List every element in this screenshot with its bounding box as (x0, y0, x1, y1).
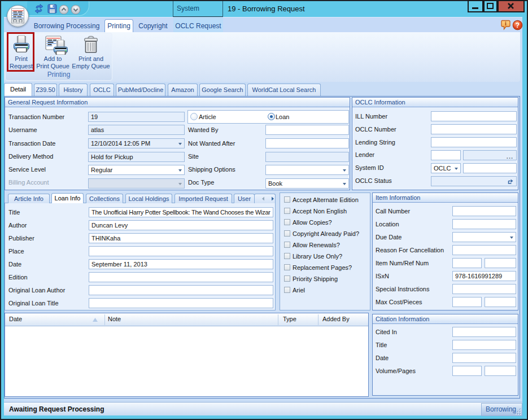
svg-text:?: ? (516, 21, 520, 29)
svg-text:i: i (505, 20, 507, 27)
